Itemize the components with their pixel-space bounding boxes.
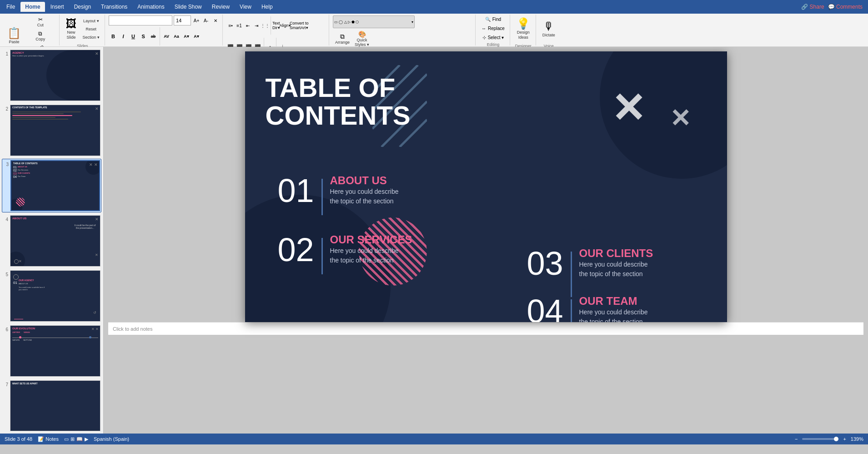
thumb4-close[interactable]: ✕: [95, 217, 99, 222]
reset-button[interactable]: Reset: [80, 25, 102, 33]
zoom-level: 139%: [851, 436, 863, 442]
tab-slideshow[interactable]: Slide Show: [170, 2, 206, 12]
cut-button[interactable]: ✂ Cut: [25, 15, 56, 29]
thumb3-clients: OUR CLIENTS: [18, 172, 30, 175]
zoom-in-button[interactable]: +: [843, 436, 846, 442]
decrease-indent-button[interactable]: ⇤: [244, 21, 252, 30]
toc-entry-01: 01 ABOUT US Here you could describe the …: [264, 174, 399, 215]
font-color-button[interactable]: A▾: [182, 32, 191, 41]
title-bar-actions: 🔗 Share 💬 Comments: [801, 4, 866, 10]
copy-button[interactable]: ⧉ Copy: [25, 30, 56, 43]
toc-divider-01: [321, 179, 323, 215]
slide-canvas[interactable]: ✕ ✕ TABLE OF CONTENTS 01 ABOUT US Here y…: [245, 51, 727, 322]
dictate-button[interactable]: 🎙 Dictate: [540, 15, 558, 43]
slide-thumb-3[interactable]: 3 TABLE OF CONTENTS 01 ABOUT US: [2, 159, 101, 213]
strikethrough-button[interactable]: ab: [149, 32, 158, 41]
zoom-out-button[interactable]: −: [795, 436, 798, 442]
normal-view-button[interactable]: ▭: [64, 436, 69, 442]
new-slide-icon: 🖼: [66, 18, 77, 29]
select-button[interactable]: ⊹ Select ▾: [479, 34, 507, 41]
thumb1-close[interactable]: ✕: [95, 51, 99, 56]
tab-review[interactable]: Review: [207, 2, 234, 12]
tab-file[interactable]: File: [2, 2, 20, 12]
tab-help[interactable]: Help: [257, 2, 277, 12]
toc-desc-01: Here you could describe the topic of the…: [330, 187, 399, 206]
thumb4-x1[interactable]: ✕: [19, 259, 22, 263]
slide-panel: 1 AGENCY Here is where your presentation…: [0, 47, 104, 434]
slideshow-button[interactable]: ▶: [85, 436, 88, 442]
slide-thumb-7[interactable]: 7 WHAT SETS US APART: [2, 379, 101, 433]
select-icon: ⊹: [482, 35, 486, 40]
ribbon-group-paragraph: ≡• ≡1 ⇤ ⇥ ⋮⋮ Text Dir▾ Align▾ Convert to…: [224, 15, 329, 45]
spacing-button[interactable]: AV: [162, 32, 171, 41]
bold-button[interactable]: B: [109, 32, 118, 41]
design-ideas-button[interactable]: 💡 DesignIdeas: [514, 15, 533, 43]
notes-placeholder: Click to add notes: [113, 326, 152, 332]
shadow-button[interactable]: S: [139, 32, 148, 41]
convert-smartart-button[interactable]: Convert to SmartArt▾: [290, 21, 326, 30]
notes-button-status[interactable]: 📝 Notes: [38, 436, 59, 442]
arrange-button[interactable]: ⧉ Arrange: [333, 30, 352, 48]
thumb2-close[interactable]: ✕: [95, 106, 99, 111]
notes-bar[interactable]: Click to add notes: [108, 322, 863, 335]
thumb6-x1[interactable]: ✕: [95, 327, 99, 331]
ribbon-group-drawing: ▭ ◯ △ ▷ ⬟ ⬡ ▾ ⧉ Arrange 🎨 QuickStyles ▾: [330, 15, 476, 45]
slide-thumb-4[interactable]: 4 ABOUT US It could be the part of the p…: [2, 214, 101, 267]
toc-entry-03: 03 OUR CLIENTS Here you could describe t…: [513, 247, 653, 297]
tab-design[interactable]: Design: [70, 2, 95, 12]
section-button[interactable]: Section ▾: [80, 34, 102, 41]
tab-view[interactable]: View: [235, 2, 256, 12]
thumb6-x2[interactable]: ✕: [91, 327, 95, 331]
toc-desc-02: Here you could describe the topic of the…: [330, 246, 412, 265]
font-name-input[interactable]: [109, 15, 172, 25]
change-case-button[interactable]: Aa: [172, 32, 181, 41]
paste-label: Paste: [9, 40, 19, 45]
ribbon-group-editing: 🔍 Find ↔ Replace ⊹ Select ▾ Editing: [477, 15, 510, 45]
replace-button[interactable]: ↔ Replace: [479, 25, 507, 32]
toc-divider-03: [571, 252, 572, 297]
increase-indent-button[interactable]: ⇥: [252, 21, 261, 30]
find-button[interactable]: 🔍 Find: [479, 15, 507, 23]
slide-thumb-2[interactable]: 2 CONTENTS OF THIS TEMPLATE ✕: [2, 104, 101, 157]
columns-button[interactable]: ⋮⋮: [261, 21, 269, 30]
new-slide-button[interactable]: 🖼 NewSlide: [63, 15, 80, 43]
thumb3-close2[interactable]: ✕: [89, 162, 93, 167]
increase-font-button[interactable]: A+: [192, 16, 201, 25]
slide-title-line2: CONTENTS: [266, 102, 411, 130]
workspace: 1 AGENCY Here is where your presentation…: [0, 47, 868, 434]
italic-button[interactable]: I: [119, 32, 128, 41]
font-size-input[interactable]: 14: [174, 15, 191, 25]
slide-thumb-5[interactable]: 5 01 OUR AGENCY ABOUT US You could enter…: [2, 269, 101, 323]
paste-button[interactable]: 📋 Paste: [5, 23, 24, 50]
tab-animations[interactable]: Animations: [133, 2, 169, 12]
layout-button[interactable]: Layout ▾: [80, 17, 102, 25]
highlight-button[interactable]: A▾: [192, 32, 201, 41]
toc-divider-04: [571, 299, 572, 322]
thumb4-title: ABOUT US: [10, 216, 100, 220]
share-button[interactable]: 🔗 Share: [801, 4, 824, 10]
thumb4-x2[interactable]: ✕: [95, 253, 98, 257]
editing-label: Editing: [479, 41, 507, 47]
align-text-button[interactable]: Align▾: [281, 21, 289, 30]
decrease-font-button[interactable]: A-: [202, 16, 210, 25]
comments-button[interactable]: 💬 Comments: [828, 4, 863, 10]
tab-insert[interactable]: Insert: [46, 2, 69, 12]
bullets-button[interactable]: ≡•: [226, 21, 235, 30]
cross-small: ✕: [670, 106, 691, 131]
thumb3-close[interactable]: ✕: [94, 162, 98, 167]
replace-icon: ↔: [482, 26, 486, 31]
reading-view-button[interactable]: 📖: [76, 436, 83, 442]
shape-gallery[interactable]: ▭ ◯ △ ▷ ⬟ ⬡ ▾: [333, 15, 415, 28]
slide-sorter-button[interactable]: ⊞: [70, 436, 75, 442]
underline-button[interactable]: U: [129, 32, 138, 41]
slide-thumb-1[interactable]: 1 AGENCY Here is where your presentation…: [2, 49, 101, 102]
toc-heading-03: OUR CLIENTS: [579, 247, 653, 260]
slide-thumb-6[interactable]: 6 OUR EVOLUTION JUPITERVENUS SATURNNEPTU: [2, 324, 101, 378]
quick-styles-button[interactable]: 🎨 QuickStyles ▾: [352, 30, 371, 48]
toc-entry-04: 04 OUR TEAM Here you could describe the …: [513, 295, 648, 322]
zoom-slider[interactable]: [802, 438, 838, 440]
tab-home[interactable]: Home: [20, 2, 45, 12]
tab-transitions[interactable]: Transitions: [96, 2, 132, 12]
clear-format-button[interactable]: ✕: [211, 16, 220, 25]
numbering-button[interactable]: ≡1: [235, 21, 243, 30]
